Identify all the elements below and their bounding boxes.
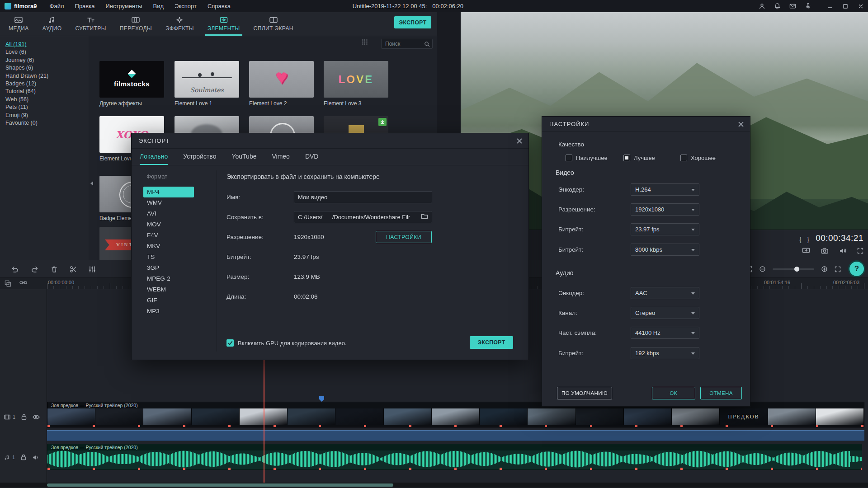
delete-icon[interactable] — [51, 266, 58, 273]
notifications-icon[interactable] — [774, 3, 781, 9]
tab-vimeo[interactable]: Vimeo — [272, 149, 289, 165]
download-badge-icon[interactable] — [378, 118, 387, 126]
link-clips-icon[interactable] — [19, 280, 27, 287]
search-icon[interactable] — [424, 41, 430, 47]
format-item-mov[interactable]: MOV — [143, 219, 194, 230]
mic-icon[interactable] — [805, 3, 811, 9]
menu-item-tools[interactable]: Инструменты — [105, 3, 142, 9]
gpu-checkbox[interactable] — [226, 339, 234, 347]
element-item[interactable]: Soulmates Element Love 1 — [175, 61, 239, 107]
clip-marker-flag[interactable] — [319, 396, 324, 402]
display-device-icon[interactable] — [802, 248, 810, 254]
export-button-top[interactable]: ЭКСПОРТ — [394, 16, 431, 28]
audio-channel-dropdown[interactable]: Стерео — [631, 307, 699, 319]
tab-effects[interactable]: ЭФФЕКТЫ — [159, 12, 201, 36]
grid-view-icon[interactable] — [362, 39, 368, 45]
video-resolution-dropdown[interactable]: 868x488 — [631, 203, 699, 216]
adjust-sliders-icon[interactable] — [89, 266, 96, 273]
tab-audio[interactable]: АУДИО — [36, 12, 69, 36]
ok-button[interactable]: OK — [652, 387, 695, 399]
video-encoder-dropdown[interactable]: H.264 — [631, 183, 699, 196]
audio-bitrate-dropdown[interactable]: 192 kbps — [631, 347, 699, 359]
manage-tracks-icon[interactable] — [5, 280, 11, 287]
mark-out-icon[interactable] — [807, 235, 809, 243]
zoom-slider[interactable] — [773, 268, 814, 270]
mark-in-icon[interactable] — [799, 235, 802, 243]
menu-item-export[interactable]: Экспорт — [175, 3, 197, 9]
sidebar-category[interactable]: Shapes (6) — [5, 64, 89, 72]
audio-encoder-dropdown[interactable]: AAC — [631, 287, 699, 299]
default-button[interactable]: ПО УМОЛЧАНИЮ — [557, 387, 612, 399]
mute-speaker-icon[interactable] — [32, 455, 39, 460]
menu-item-help[interactable]: Справка — [208, 3, 231, 9]
menu-item-edit[interactable]: Правка — [75, 3, 95, 9]
audio-clip[interactable]: Зов предков — Русский трейлер (2020) — [47, 444, 862, 470]
menu-item-file[interactable]: Файл — [50, 3, 64, 9]
element-item[interactable]: LOVE Element Love 3 — [324, 61, 388, 107]
cancel-button[interactable]: ОТМЕНА — [700, 387, 742, 399]
format-item-3gp[interactable]: 3GP — [143, 263, 194, 273]
redo-icon[interactable] — [31, 266, 39, 273]
fullscreen-icon[interactable] — [857, 248, 863, 254]
format-item-mp3[interactable]: MP3 — [143, 306, 194, 317]
checkbox[interactable] — [680, 155, 687, 161]
tab-subtitles[interactable]: СУБТИТРЫ — [68, 12, 113, 36]
minimize-icon[interactable] — [827, 4, 833, 9]
speaker-icon[interactable] — [839, 248, 846, 254]
close-icon[interactable] — [858, 4, 863, 9]
folder-icon[interactable] — [421, 213, 428, 219]
sidebar-category[interactable]: Journey (6) — [5, 56, 89, 64]
account-icon[interactable] — [759, 3, 765, 9]
format-item-wmv[interactable]: WMV — [143, 197, 194, 208]
element-item[interactable]: Element Love 2 — [249, 61, 314, 107]
tab-device[interactable]: Устройство — [183, 149, 216, 165]
close-icon[interactable] — [516, 137, 523, 145]
quality-option-best[interactable]: Наилучшее — [566, 155, 608, 161]
tab-transitions[interactable]: ПЕРЕХОДЫ — [113, 12, 159, 36]
sidebar-category[interactable]: Web (56) — [5, 96, 89, 103]
sidebar-category[interactable]: Hand Drawn (21) — [5, 72, 89, 80]
sidebar-category[interactable]: Pets (11) — [5, 103, 89, 111]
format-item-avi[interactable]: AVI — [143, 208, 194, 219]
format-item-webm[interactable]: WEBM — [143, 284, 194, 295]
eye-icon[interactable] — [33, 415, 40, 419]
maximize-icon[interactable] — [843, 4, 848, 9]
gpu-checkbox-row[interactable]: Включить GPU для кодирования видео. — [226, 339, 347, 347]
format-item-mp4[interactable]: MP4 — [143, 187, 194, 197]
sidebar-category[interactable]: Love (6) — [5, 48, 89, 56]
lock-icon[interactable] — [21, 454, 26, 460]
zoom-out-icon[interactable] — [760, 266, 765, 272]
format-item-f4v[interactable]: F4V — [143, 230, 194, 241]
name-field[interactable] — [294, 191, 432, 203]
video-bitrate-dropdown[interactable]: 8000 kbps — [631, 244, 699, 256]
selected-clip-bar[interactable] — [47, 430, 864, 441]
help-button[interactable] — [849, 262, 864, 276]
undo-icon[interactable] — [11, 266, 19, 273]
sidebar-category[interactable]: Emoji (9) — [5, 112, 89, 119]
checkbox[interactable] — [566, 155, 572, 161]
video-framerate-dropdown[interactable]: 23.97 fps — [631, 223, 699, 235]
sidebar-category[interactable]: Tutorial (64) — [5, 88, 89, 95]
split-scissors-icon[interactable] — [70, 266, 77, 273]
collapse-sidebar-handle[interactable] — [89, 175, 94, 192]
lock-icon[interactable] — [21, 414, 27, 420]
format-item-gif[interactable]: GIF — [143, 295, 194, 306]
zoom-slider-knob[interactable] — [794, 267, 799, 272]
checkbox-checked[interactable] — [623, 155, 630, 161]
tab-elements[interactable]: ЭЛЕМЕНТЫ — [201, 12, 247, 36]
quality-option-better[interactable]: Лучшее — [623, 155, 655, 161]
zoom-in-icon[interactable] — [821, 266, 827, 272]
close-icon[interactable] — [737, 121, 745, 128]
quality-option-good[interactable]: Хорошее — [680, 155, 716, 161]
mail-icon[interactable] — [789, 3, 796, 9]
snapshot-camera-icon[interactable] — [821, 248, 828, 254]
sidebar-category[interactable]: Badges (12) — [5, 80, 89, 88]
tab-media[interactable]: МЕДИА — [2, 12, 36, 36]
settings-button[interactable]: НАСТРОЙКИ — [376, 231, 432, 243]
tab-split-screen[interactable]: СПЛИТ ЭКРАН — [247, 12, 300, 36]
expand-timeline-icon[interactable] — [835, 266, 841, 272]
format-item-mkv[interactable]: MKV — [143, 241, 194, 252]
audio-samplerate-dropdown[interactable]: 44100 Hz — [631, 327, 699, 339]
sidebar-category[interactable]: Favourite (0) — [5, 119, 89, 127]
format-item-ts[interactable]: TS — [143, 252, 194, 263]
